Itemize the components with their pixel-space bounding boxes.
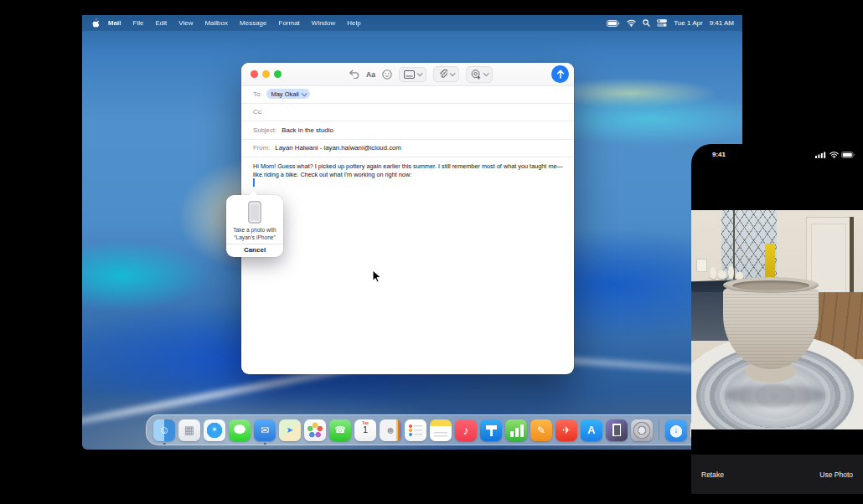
launchpad-icon: ▦	[178, 419, 200, 441]
window-titlebar[interactable]: Aa	[241, 63, 574, 86]
apple-menu[interactable]	[90, 18, 100, 28]
zoom-window-button[interactable]	[274, 70, 282, 78]
chevron-down-icon	[483, 70, 489, 76]
contacts-icon: ☻	[380, 419, 401, 441]
dock-item-system-settings[interactable]	[631, 419, 653, 441]
mouse-pointer	[372, 270, 382, 284]
menu-bar-clock[interactable]: 9:41 AM	[710, 19, 734, 27]
dock-item-downloads[interactable]: ↓	[665, 419, 687, 441]
menu-items: MailFileEditViewMailboxMessageFormatWind…	[108, 19, 361, 27]
iphone-screen: 9:41	[691, 144, 863, 500]
mail-glyph: ✉	[261, 425, 269, 435]
from-value: Layan Halwani - layan.halwani@icloud.com	[275, 144, 401, 152]
dock-item-pages[interactable]: ✎	[530, 419, 552, 441]
search-icon[interactable]	[643, 19, 650, 27]
photos-icon	[304, 419, 326, 441]
subject-field[interactable]: Subject: Back in the studio	[241, 121, 574, 140]
dock-item-phone[interactable]: ☎	[329, 419, 351, 441]
notes-icon	[430, 419, 452, 441]
menu-item-help[interactable]: Help	[347, 19, 360, 27]
header-field-icon	[404, 70, 415, 79]
dock-item-rocket[interactable]: ✈	[556, 419, 577, 441]
iphone-icon	[248, 201, 261, 224]
menu-item-format[interactable]: Format	[279, 19, 300, 27]
to-field[interactable]: To: May Okail	[241, 85, 574, 104]
wifi-icon[interactable]	[627, 19, 636, 27]
numbers-icon	[505, 419, 527, 441]
menu-item-mail[interactable]: Mail	[108, 19, 121, 27]
menu-item-edit[interactable]: Edit	[155, 19, 167, 27]
downloads-glyph: ↓	[674, 426, 679, 435]
menu-bar-date[interactable]: Tue 1 Apr	[674, 19, 702, 27]
dock-item-iphone-mirroring[interactable]	[606, 419, 628, 441]
dock-item-app-store[interactable]: A	[581, 419, 602, 441]
dock-item-notes[interactable]	[430, 419, 452, 441]
dock-item-messages[interactable]	[229, 419, 251, 441]
control-center-icon[interactable]	[657, 19, 667, 27]
desktop-wallpaper: MailFileEditViewMailboxMessageFormatWind…	[82, 15, 742, 450]
subject-value: Back in the studio	[282, 126, 333, 134]
menu-item-message[interactable]: Message	[240, 19, 266, 27]
pottery-piece	[728, 265, 734, 279]
dock-item-numbers[interactable]	[505, 419, 527, 441]
dock-item-maps[interactable]: ➤	[279, 419, 301, 441]
retake-button[interactable]: Retake	[701, 471, 724, 479]
maps-glyph: ➤	[287, 426, 293, 435]
message-body[interactable]: Hi Mom! Guess what? I picked up pottery …	[253, 162, 563, 178]
cc-field[interactable]: Cc:	[241, 104, 574, 122]
menu-item-mailbox[interactable]: Mailbox	[204, 19, 228, 27]
from-field[interactable]: From: Layan Halwani - layan.halwani@iclo…	[241, 140, 574, 158]
emoji-icon[interactable]	[382, 69, 392, 80]
send-icon	[556, 69, 565, 79]
recipient-token[interactable]: May Okail	[266, 89, 309, 99]
dock-item-launchpad[interactable]: ▦	[178, 419, 200, 441]
maps-icon: ➤	[279, 419, 301, 441]
popover-arrow	[248, 191, 258, 196]
chevron-down-icon	[417, 70, 423, 76]
app-store-glyph: A	[587, 424, 595, 435]
keynote-icon	[480, 419, 502, 441]
dock-item-contacts[interactable]: ☻	[380, 419, 401, 441]
dock-item-music[interactable]: ♪	[455, 419, 477, 441]
dock-item-calendar[interactable]: Tue1	[354, 419, 376, 441]
dock-item-mail[interactable]: ✉	[254, 419, 276, 441]
subject-label: Subject:	[253, 126, 276, 134]
attach-file-button[interactable]	[433, 66, 459, 82]
cancel-button[interactable]: Cancel	[226, 246, 283, 254]
continuity-camera-popover: Take a photo with “Layan’s iPhone” Cance…	[226, 195, 283, 257]
safari-glyph: ✶	[211, 426, 218, 434]
calendar-day: 1	[354, 425, 376, 435]
messages-icon	[229, 419, 251, 441]
use-photo-button[interactable]: Use Photo	[819, 471, 853, 479]
dock-item-finder[interactable]: ☺	[153, 419, 175, 441]
iphone-status-bar: 9:41	[691, 144, 863, 167]
menu-item-file[interactable]: File	[133, 19, 144, 27]
format-icon[interactable]: Aa	[366, 70, 375, 79]
dock-item-photos[interactable]	[304, 419, 326, 441]
compose-toolbar: Aa	[349, 63, 493, 85]
pottery-piece	[710, 267, 716, 279]
screenshot-stage: MailFileEditViewMailboxMessageFormatWind…	[0, 0, 863, 504]
menu-item-window[interactable]: Window	[312, 19, 335, 27]
insert-photo-icon	[471, 69, 481, 80]
minimize-window-button[interactable]	[262, 70, 270, 78]
mail-icon: ✉	[254, 419, 276, 441]
popover-text-line2: “Layan’s iPhone”	[226, 234, 283, 240]
send-button[interactable]	[551, 65, 569, 83]
header-fields-button[interactable]	[399, 67, 426, 82]
insert-photo-button[interactable]	[466, 66, 493, 83]
dock-item-reminders[interactable]	[405, 419, 426, 441]
dock-item-keynote[interactable]	[480, 419, 502, 441]
battery-icon[interactable]	[607, 20, 620, 27]
dock-item-safari[interactable]: ✶	[204, 419, 225, 441]
menu-item-view[interactable]: View	[178, 19, 193, 27]
running-indicator	[264, 443, 266, 445]
app-store-icon: A	[581, 419, 602, 441]
safari-icon: ✶	[204, 419, 225, 441]
downloads-icon: ↓	[665, 419, 687, 441]
undo-icon[interactable]	[349, 69, 359, 79]
close-window-button[interactable]	[251, 70, 258, 78]
door-panel	[811, 224, 846, 299]
music-glyph: ♪	[463, 424, 469, 436]
framed-tile	[696, 259, 707, 272]
